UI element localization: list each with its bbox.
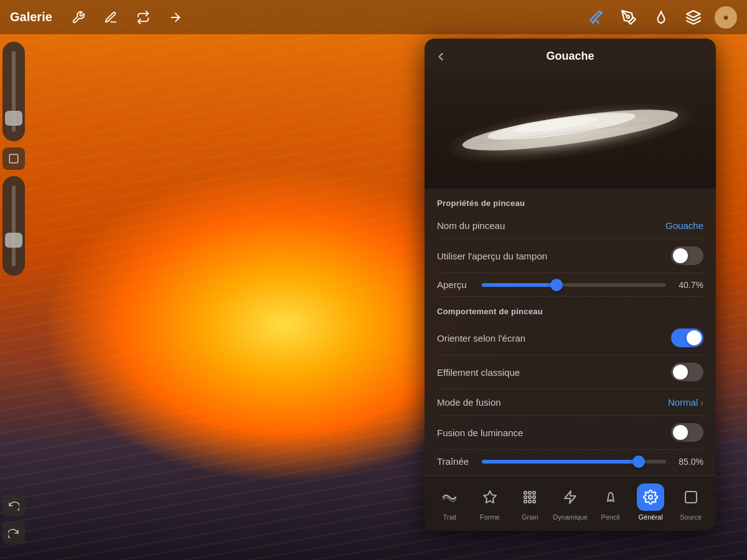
apercu-thumb[interactable]: [550, 279, 563, 291]
left-sidebar: [0, 34, 27, 560]
brush-name-label: Nom du pinceau: [437, 220, 505, 231]
smudge-icon[interactable]: [650, 6, 672, 29]
bottom-tab-bar: Trait Forme: [425, 475, 716, 531]
apercu-value: 40.7%: [674, 280, 703, 290]
blend-mode-row: Mode de fusion Normal ›: [437, 390, 703, 416]
brush-name-value[interactable]: Gouache: [665, 220, 703, 231]
classic-taper-toggle[interactable]: [671, 363, 703, 381]
trainee-track[interactable]: [482, 460, 666, 464]
forme-icon: [476, 483, 504, 511]
top-toolbar: Galerie: [0, 0, 747, 34]
svg-rect-18: [524, 500, 527, 503]
blend-mode-value-group[interactable]: Normal ›: [668, 397, 703, 408]
blend-mode-label: Mode de fusion: [437, 397, 501, 408]
classic-taper-row: Effilement classique: [437, 355, 703, 390]
svg-rect-16: [529, 496, 531, 498]
svg-rect-17: [533, 496, 535, 498]
dynamique-label: Dynamique: [553, 513, 588, 521]
trainee-thumb[interactable]: [632, 455, 645, 468]
undo-redo-group: [2, 493, 25, 555]
grain-label: Grain: [522, 513, 538, 521]
apercu-label: Aperçu: [437, 279, 474, 290]
brush-name-row: Nom du pinceau Gouache: [437, 213, 703, 239]
svg-marker-11: [484, 491, 496, 503]
brush-preview-area: [425, 70, 716, 189]
source-icon: [677, 483, 705, 511]
selection-icon[interactable]: [132, 6, 154, 29]
brush-size-track: [12, 51, 16, 132]
svg-rect-19: [529, 500, 531, 503]
section-brush-properties-header: Propriétés de pinceau: [437, 189, 703, 213]
classic-taper-label: Effilement classique: [437, 367, 520, 378]
brush-size-thumb[interactable]: [5, 111, 22, 126]
svg-rect-12: [524, 492, 527, 494]
apercu-track[interactable]: [482, 283, 666, 287]
panel-title: Gouache: [546, 50, 594, 63]
trainee-slider-row: Traînée 85.0%: [437, 450, 703, 473]
orient-screen-label: Orienter selon l'écran: [437, 333, 525, 343]
orient-screen-knob: [687, 330, 702, 345]
modify-icon[interactable]: [100, 6, 122, 29]
avatar[interactable]: ●: [715, 6, 737, 29]
trainee-label: Traînée: [437, 456, 474, 467]
stamp-preview-row: Utiliser l'aperçu du tampon: [437, 239, 703, 273]
orient-screen-toggle[interactable]: [671, 329, 703, 347]
back-button[interactable]: [435, 50, 447, 63]
undo-button[interactable]: [2, 494, 25, 516]
svg-marker-21: [565, 491, 576, 503]
luminance-blend-row: Fusion de luminance: [437, 416, 703, 450]
apercu-slider-row: Aperçu 40.7%: [437, 273, 703, 296]
svg-rect-13: [529, 492, 531, 494]
svg-point-1: [627, 15, 629, 17]
panel-header: Gouache: [425, 39, 716, 70]
luminance-blend-label: Fusion de luminance: [437, 427, 523, 438]
stamp-preview-knob: [673, 248, 688, 263]
grain-icon: [516, 483, 543, 511]
svg-marker-2: [687, 11, 700, 17]
brush-size-slider[interactable]: [2, 42, 25, 141]
general-icon: [637, 483, 664, 511]
forme-label: Forme: [480, 513, 500, 521]
wrench-icon[interactable]: [67, 6, 90, 29]
orient-screen-row: Orienter selon l'écran: [437, 321, 703, 355]
pencil-icon: [597, 483, 624, 511]
panel-settings-content: Propriétés de pinceau Nom du pinceau Gou…: [425, 189, 716, 473]
luminance-blend-knob: [673, 425, 688, 440]
apercu-fill: [482, 283, 557, 287]
classic-taper-knob: [673, 365, 688, 380]
pencil-label: Pencil: [601, 513, 620, 521]
tab-trait[interactable]: Trait: [432, 483, 467, 521]
trainee-value: 85.0%: [674, 457, 703, 467]
svg-rect-15: [524, 496, 527, 498]
square-tool-icon[interactable]: [2, 147, 25, 170]
tab-forme[interactable]: Forme: [472, 483, 507, 521]
layers-icon[interactable]: [682, 6, 705, 29]
stamp-preview-toggle[interactable]: [671, 246, 703, 265]
blend-mode-value: Normal: [668, 397, 698, 408]
toolbar-left: Galerie: [10, 6, 187, 29]
tab-general[interactable]: Général: [633, 483, 668, 521]
svg-rect-24: [685, 492, 697, 503]
tab-dynamique[interactable]: Dynamique: [553, 483, 588, 521]
move-icon[interactable]: [164, 6, 187, 29]
blend-mode-chevron: ›: [700, 398, 703, 408]
luminance-blend-toggle[interactable]: [671, 423, 703, 442]
svg-point-23: [649, 495, 652, 499]
brush-settings-panel: Gouache: [425, 39, 716, 531]
opacity-thumb[interactable]: [5, 233, 22, 248]
nib-icon[interactable]: [618, 6, 640, 29]
tab-source[interactable]: Source: [674, 483, 708, 521]
opacity-slider[interactable]: [2, 176, 25, 276]
opacity-track: [12, 185, 16, 266]
trait-label: Trait: [443, 513, 456, 521]
source-label: Source: [680, 513, 702, 521]
trait-icon: [436, 483, 463, 511]
app-title: Galerie: [10, 10, 52, 24]
brush-icon[interactable]: [585, 6, 608, 29]
svg-rect-3: [9, 154, 18, 163]
general-label: Général: [639, 513, 663, 521]
tab-grain[interactable]: Grain: [512, 483, 547, 521]
tab-pencil[interactable]: Pencil: [593, 483, 628, 521]
redo-button[interactable]: [2, 521, 25, 544]
toolbar-right: ●: [585, 6, 737, 29]
